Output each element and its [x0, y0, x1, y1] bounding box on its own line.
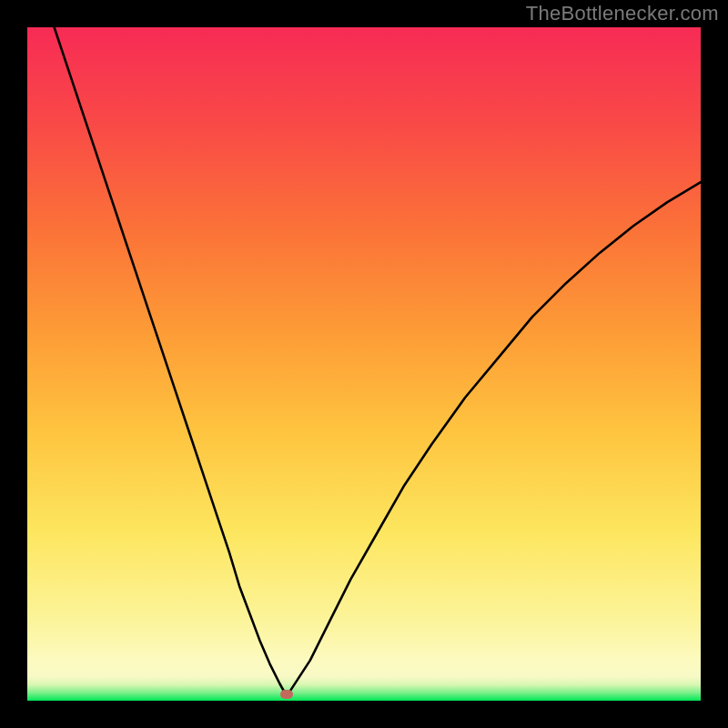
chart-frame: TheBottlenecker.com [0, 0, 728, 728]
optimal-point-marker [280, 690, 293, 699]
bottleneck-curve [55, 27, 701, 693]
curve-svg [27, 27, 701, 701]
plot-area [27, 27, 701, 701]
attribution-label: TheBottlenecker.com [526, 2, 719, 25]
